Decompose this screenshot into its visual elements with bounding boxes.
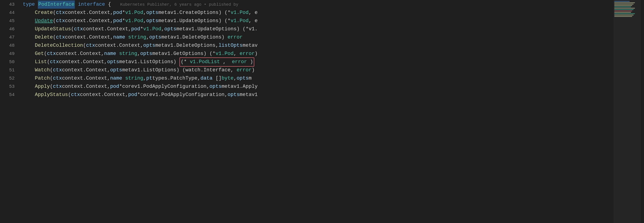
line-numbers: 43 44 45 46 47 48 49 50 51 52 53 54: [0, 0, 18, 223]
minimap-line-7: [614, 9, 634, 10]
type-string-49: string: [119, 50, 137, 58]
param-pod-54: pod: [128, 91, 137, 99]
line-num-46: 46: [0, 25, 14, 33]
line-num-47: 47: [0, 33, 14, 42]
minimap-line-4: [614, 5, 632, 6]
git-blame-43: Kubernetes Publisher, 6 years ago • publ…: [120, 0, 238, 9]
param-pod: pod: [113, 9, 122, 17]
code-editor: 43 44 45 46 47 48 49 50 51 52 53 54 type…: [0, 0, 644, 223]
method-create: Create: [35, 9, 53, 17]
type-return-v1pod-45: v1.Pod: [230, 17, 248, 25]
param-ctx-51: ctx: [53, 66, 62, 74]
type-string-47: string: [128, 33, 146, 42]
line-num-45: 45: [0, 17, 14, 25]
param-ctx-47: ctx: [56, 33, 65, 42]
type-error-49: error: [240, 50, 255, 58]
type-v1pod-45: v1.Pod: [125, 17, 143, 25]
param-ctx-54: ctx: [71, 91, 80, 99]
method-delete: Delete: [35, 33, 53, 42]
minimap-line-5: [614, 6, 631, 7]
method-update: Update: [35, 17, 53, 25]
code-content: type PodInterface interface { Kubernetes…: [18, 0, 614, 223]
code-line-46: UpdateStatus ( ctx context.Context, pod …: [23, 25, 614, 33]
line-num-43: 43: [0, 0, 14, 9]
code-line-48: DeleteCollection ( ctx context.Context, …: [23, 42, 614, 50]
line-num-52: 52: [0, 74, 14, 82]
param-ctx-48: ctx: [86, 42, 95, 50]
param-ctx-46: ctx: [74, 25, 83, 33]
minimap-content: [614, 0, 641, 18]
method-updatestatus: UpdateStatus: [35, 25, 71, 33]
line-num-49: 49: [0, 50, 14, 58]
method-get: Get: [35, 50, 44, 58]
param-opts-53: opts: [210, 82, 222, 91]
param-pod-46: pod: [131, 25, 140, 33]
method-apply: Apply: [35, 82, 50, 91]
minimap-line-12: [614, 16, 632, 17]
minimap-line-3: [614, 4, 634, 4]
param-ctx-49: ctx: [47, 50, 56, 58]
param-data-52: data: [200, 74, 212, 82]
code-line-51: Watch ( ctx context.Context, opts metav1…: [23, 66, 614, 74]
indent: [23, 9, 35, 17]
param-ctx-52: ctx: [53, 74, 62, 82]
param-pt-52: pt: [146, 74, 152, 82]
type-v1podlist: v1.PodList: [190, 59, 220, 65]
minimap-line-1: [614, 1, 630, 2]
open-brace: {: [105, 0, 111, 9]
param-pod-45: pod: [113, 17, 122, 25]
code-line-45: Update ( ctx context.Context, pod * v1.P…: [23, 17, 614, 25]
param-opts-49: opts: [140, 50, 152, 58]
code-line-53: Apply ( ctx context.Context, pod *corev1…: [23, 82, 614, 91]
param-opts-52: opts: [236, 74, 248, 82]
type-error-51: error: [236, 66, 252, 74]
param-name-47: name: [113, 33, 125, 42]
param-ctx-50: ctx: [50, 58, 59, 66]
code-line-43: type PodInterface interface { Kubernetes…: [23, 0, 614, 9]
type-v1pod: v1.Pod: [125, 9, 143, 17]
line-num-51: 51: [0, 66, 14, 74]
param-opts: opts: [146, 9, 158, 17]
minimap: [614, 0, 641, 223]
scrollbar[interactable]: [641, 0, 644, 223]
minimap-line-2: [614, 2, 635, 3]
type-string-52: string: [125, 74, 143, 82]
param-ctx-53: ctx: [53, 82, 62, 91]
code-line-50: List ( ctx context.Context, opts metav1.…: [23, 58, 614, 66]
line-num-53: 53: [0, 82, 14, 91]
type-byte-52: byte: [222, 74, 234, 82]
param-listopts-48: listOpts: [218, 42, 243, 50]
method-patch: Patch: [35, 74, 50, 82]
param-ctx-45: ctx: [56, 17, 65, 25]
param-opts-50: opts: [107, 58, 119, 66]
keyword-type: type: [23, 0, 35, 9]
param-opts-47: opts: [149, 33, 162, 42]
line-num-50: 50: [0, 58, 14, 66]
param-name-52: name: [110, 74, 122, 82]
method-deletecollection: DeleteCollection: [35, 42, 83, 50]
method-watch: Watch: [35, 66, 50, 74]
minimap-line-9: [614, 12, 631, 13]
param-opts-45: opts: [146, 17, 158, 25]
type-podinterface: PodInterface: [38, 0, 75, 9]
minimap-line-6: [614, 8, 635, 9]
code-line-47: Delete ( ctx context.Context, name strin…: [23, 33, 614, 42]
param-opts-54: opts: [228, 91, 240, 99]
method-applystatus: ApplyStatus: [35, 91, 68, 99]
param-pod-53: pod: [110, 82, 119, 91]
code-line-49: Get ( ctx context.Context, name string ,…: [23, 50, 614, 58]
type-v1pod-49: v1.Pod: [216, 50, 234, 58]
return-type-highlight-50: (* v1.PodList , error ): [180, 58, 254, 66]
minimap-line-10: [614, 13, 635, 14]
type-error-47: error: [228, 33, 243, 42]
param-opts-51: opts: [110, 66, 122, 74]
line-num-54: 54: [0, 91, 14, 99]
param-ctx: ctx: [56, 9, 65, 17]
param-opts-48: opts: [143, 42, 155, 50]
type-return-v1pod: v1.Pod: [230, 9, 248, 17]
method-list: List: [35, 58, 47, 66]
code-line-44: Create ( ctx context.Context, pod * v1.P…: [23, 9, 614, 17]
line-num-44: 44: [0, 9, 14, 17]
param-opts-46: opts: [164, 25, 176, 33]
line-num-48: 48: [0, 42, 14, 50]
